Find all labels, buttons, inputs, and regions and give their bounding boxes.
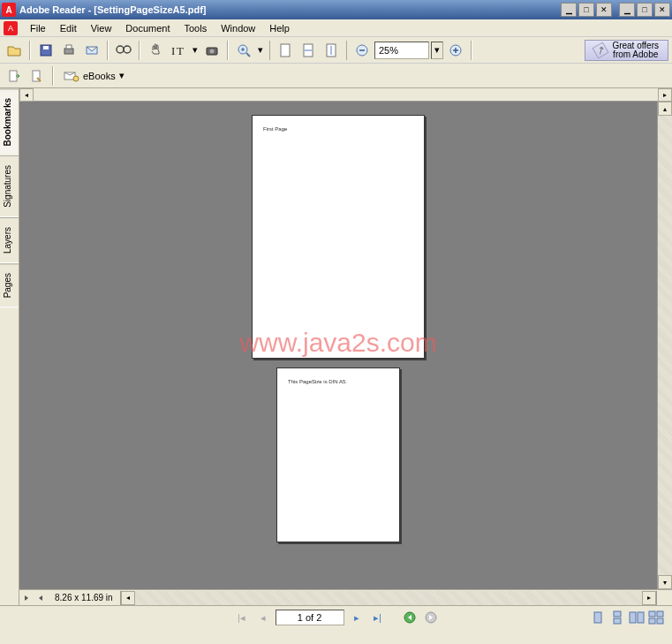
last-page-button[interactable]: ▸| — [369, 609, 387, 626]
print-button[interactable] — [58, 40, 79, 61]
zoom-value-dropdown[interactable]: ▾ — [431, 42, 443, 59]
svg-rect-36 — [657, 611, 663, 617]
pdf-page-1[interactable]: First Page — [252, 115, 425, 359]
prev-page-button[interactable]: ◂ — [254, 609, 272, 626]
document-scroll: www.java2s.com First Page This PageSize … — [19, 102, 672, 589]
svg-point-5 — [124, 46, 131, 53]
facing-view[interactable] — [628, 609, 646, 626]
svg-point-27 — [73, 76, 79, 81]
menu-edit[interactable]: Edit — [53, 21, 84, 35]
continuous-facing-view[interactable] — [647, 609, 665, 626]
offers-line1: Great offers — [612, 42, 659, 50]
open-button[interactable] — [4, 40, 25, 61]
app-icon: A — [2, 3, 16, 17]
svg-rect-34 — [638, 612, 644, 623]
back-button[interactable] — [401, 609, 419, 626]
svg-rect-2 — [64, 49, 73, 54]
text-select-dropdown[interactable]: ▾ — [191, 44, 200, 56]
close-button[interactable]: ✕ — [654, 3, 670, 17]
offers-arrow-icon: ↗ — [593, 42, 609, 58]
vertical-scrollbar[interactable]: ▴ ▾ — [657, 102, 672, 589]
zoom-plus-button[interactable] — [445, 40, 466, 61]
svg-rect-3 — [66, 45, 72, 49]
titlebar: A Adobe Reader - [SettingPageSizeA5.pdf]… — [0, 0, 672, 19]
menu-view[interactable]: View — [84, 21, 119, 35]
forward-button[interactable] — [422, 609, 440, 626]
svg-rect-37 — [649, 618, 655, 624]
page2-text: This PageSize is DIN A5. — [288, 379, 389, 384]
toolbar-main: IT ▾ ▾ ▾ ↗ Great offers from Adobe — [0, 37, 672, 64]
svg-rect-33 — [630, 612, 636, 623]
snapshot-button[interactable] — [201, 40, 223, 61]
zoom-dropdown[interactable]: ▾ — [256, 44, 265, 56]
scroll-down-button[interactable]: ▾ — [658, 575, 672, 589]
fit-width-button[interactable] — [298, 40, 319, 61]
continuous-view[interactable] — [608, 609, 626, 626]
ebooks-icon — [64, 70, 79, 82]
hscroll-left[interactable]: ◂ — [121, 591, 135, 605]
pdf-page-2[interactable]: This PageSize is DIN A5. — [276, 367, 400, 542]
svg-line-11 — [246, 53, 250, 57]
svg-rect-38 — [657, 618, 663, 624]
toolbar-secondary: eBooks ▾ — [0, 64, 672, 88]
text-select-button[interactable]: IT — [168, 40, 189, 61]
document-viewer: ◂ ▸ www.java2s.com First Page This PageS… — [19, 88, 672, 605]
statusbar: |◂ ◂ ▸ ▸| — [0, 605, 672, 629]
tab-pages[interactable]: Pages — [0, 263, 19, 307]
side-tabs: Bookmarks Signatures Layers Pages — [0, 88, 19, 605]
next-page-button[interactable]: ▸ — [348, 609, 366, 626]
zoom-out-button[interactable] — [351, 40, 373, 61]
tab-layers[interactable]: Layers — [0, 217, 19, 263]
zoom-input[interactable] — [374, 42, 429, 59]
menu-tools[interactable]: Tools — [177, 21, 215, 35]
zoom-in-button[interactable] — [233, 40, 254, 61]
svg-rect-30 — [594, 612, 601, 623]
close-button-doc[interactable]: ✕ — [596, 3, 612, 17]
fit-visible-button[interactable] — [321, 40, 342, 61]
tab-bookmarks[interactable]: Bookmarks — [0, 88, 19, 155]
menu-file[interactable]: File — [23, 21, 53, 35]
dim-toggle-left[interactable] — [19, 594, 34, 602]
document-content[interactable]: www.java2s.com First Page This PageSize … — [19, 102, 657, 589]
offers-line2: from Adobe — [612, 50, 659, 59]
panel-collapse-right[interactable]: ▸ — [658, 88, 672, 102]
fit-page-button[interactable] — [275, 40, 296, 61]
menu-window[interactable]: Window — [214, 21, 262, 35]
scroll-track[interactable] — [658, 116, 672, 575]
ebooks-button[interactable]: eBooks ▾ — [58, 66, 130, 86]
viewer-header: ◂ ▸ — [19, 88, 672, 102]
window-title: Adobe Reader - [SettingPageSizeA5.pdf] — [19, 4, 561, 15]
page-dimensions: 8.26 x 11.69 in — [48, 593, 120, 602]
export-button[interactable] — [4, 65, 25, 87]
maximize-button-doc[interactable]: □ — [578, 3, 594, 17]
maximize-button[interactable]: □ — [637, 3, 653, 17]
page-number-input[interactable] — [276, 610, 344, 625]
svg-point-9 — [210, 49, 215, 53]
svg-text:I: I — [171, 44, 175, 57]
ebooks-dropdown-icon: ▾ — [119, 70, 125, 81]
hand-tool-button[interactable] — [145, 40, 166, 61]
offers-button[interactable]: ↗ Great offers from Adobe — [585, 40, 668, 61]
email-button[interactable] — [81, 40, 102, 61]
view-mode-buttons — [589, 609, 665, 626]
search-button[interactable] — [113, 40, 134, 61]
minimize-button-doc[interactable]: ▁ — [561, 3, 577, 17]
hscroll-right[interactable]: ▸ — [642, 591, 656, 605]
tab-signatures[interactable]: Signatures — [0, 155, 19, 217]
save-button[interactable] — [35, 40, 57, 61]
scroll-up-button[interactable]: ▴ — [658, 102, 672, 116]
review-button[interactable] — [26, 65, 48, 87]
ebooks-label: eBooks — [83, 71, 116, 81]
main-area: Bookmarks Signatures Layers Pages ◂ ▸ ww… — [0, 88, 672, 605]
single-page-view[interactable] — [589, 609, 607, 626]
svg-rect-1 — [43, 46, 49, 49]
svg-rect-32 — [614, 618, 621, 624]
dim-toggle-left2[interactable] — [34, 594, 48, 602]
first-page-button[interactable]: |◂ — [233, 609, 251, 626]
panel-collapse-left[interactable]: ◂ — [19, 88, 34, 102]
menu-help[interactable]: Help — [262, 21, 297, 35]
bottom-info-bar: 8.26 x 11.69 in ◂ ▸ — [19, 589, 672, 605]
horizontal-scrollbar[interactable]: ◂ ▸ — [120, 591, 657, 605]
minimize-button[interactable]: ▁ — [619, 3, 635, 17]
menu-document[interactable]: Document — [118, 21, 177, 35]
